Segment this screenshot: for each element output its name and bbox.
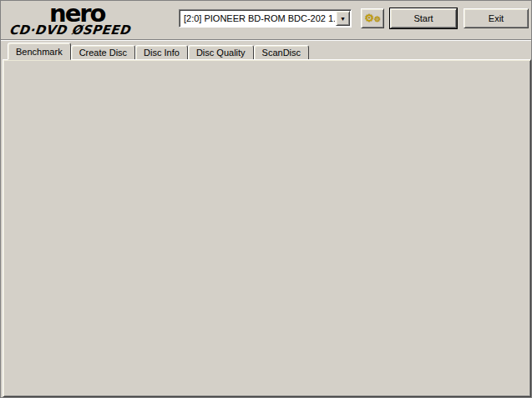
exit-button[interactable]: Exit — [464, 8, 529, 28]
cd-dvd-speed-logo-text: CD·DVD ØSPEED — [8, 24, 177, 37]
chevron-down-icon[interactable]: ▼ — [336, 11, 350, 26]
tab-benchmark[interactable]: Benchmark — [8, 43, 71, 60]
tab-bar: Benchmark Create Disc Disc Info Disc Qua… — [8, 43, 309, 60]
tab-create-disc[interactable]: Create Disc — [71, 45, 135, 60]
drive-select-dropdown[interactable]: [2:0] PIONEER BD-ROM BDC-202 1.00 ▼ — [179, 9, 352, 28]
start-button[interactable]: Start — [390, 8, 457, 28]
options-button[interactable]: ⚙⚙ — [361, 8, 384, 28]
tab-content-panel — [3, 59, 531, 397]
tab-disc-quality[interactable]: Disc Quality — [188, 45, 254, 60]
gears-icon: ⚙⚙ — [364, 14, 381, 23]
nero-logo: nero CD·DVD ØSPEED — [9, 3, 176, 37]
tab-scandisc[interactable]: ScanDisc — [254, 45, 309, 60]
tab-disc-info[interactable]: Disc Info — [135, 45, 188, 60]
drive-select-value: [2:0] PIONEER BD-ROM BDC-202 1.00 — [180, 13, 335, 23]
toolbar-divider — [1, 39, 532, 41]
nero-logo-text: nero — [49, 3, 176, 24]
nero-cd-dvd-speed-window: nero CD·DVD ØSPEED [2:0] PIONEER BD-ROM … — [0, 0, 532, 398]
